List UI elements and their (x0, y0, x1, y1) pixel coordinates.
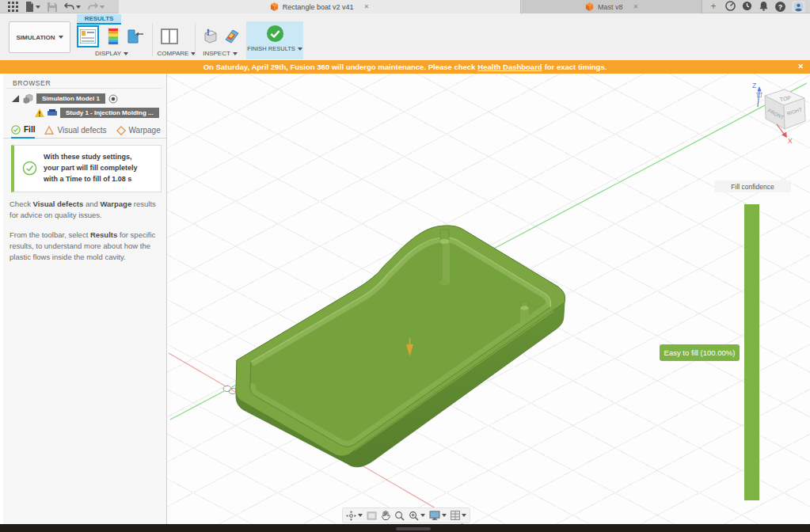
tab-fill[interactable]: Fill (11, 123, 35, 139)
new-document-tab-button[interactable]: + (706, 0, 721, 13)
display-group-label[interactable]: DISPLAY (77, 50, 146, 57)
tree-expand-icon[interactable] (11, 94, 20, 103)
notification-bell-icon[interactable] (759, 0, 769, 14)
advice-paragraph: Check Visual defects and Warpage results… (10, 199, 162, 221)
fill-confidence-bar (744, 204, 759, 500)
app-grid-icon[interactable] (8, 2, 18, 12)
display-clip-part-button[interactable] (124, 25, 146, 48)
fill-check-icon (11, 125, 21, 135)
callout-text: With these study settings, your part wil… (44, 152, 148, 185)
help-icon[interactable]: ? (775, 2, 785, 12)
fusion-360-window: Rectangle boat v2 v41 ✕ Mast v8 ✕ + ? (0, 0, 810, 532)
inspect-group-label[interactable]: INSPECT (196, 50, 244, 57)
origin-marker (223, 386, 237, 393)
viewport-scene: TOP FRONT RIGHT Z X (167, 74, 810, 524)
file-menu-button[interactable] (25, 2, 40, 12)
display-color-scale-button[interactable] (102, 25, 124, 48)
ribbon-toolbar: SIMULATION RESULTS DISPLAY COMPARE (0, 13, 810, 60)
model-component-icon (23, 94, 33, 104)
finish-check-icon (266, 25, 284, 43)
workspace-label: SIMULATION (16, 34, 55, 41)
legend-title: Fill confidence (714, 180, 791, 192)
quick-access-toolbar (3, 0, 109, 13)
results-tab-bar: Fill Visual defects Warpage (3, 123, 166, 139)
user-avatar[interactable] (792, 1, 805, 13)
svg-text:Z: Z (752, 82, 756, 89)
document-tab-label: Rectangle boat v2 v41 (283, 3, 354, 11)
study-node-label[interactable]: Study 1 - Injection Molding ... (60, 108, 159, 118)
maintenance-banner: On Saturday, April 29th, Fusion 360 will… (0, 60, 810, 74)
tab-warpage[interactable]: Warpage (116, 123, 161, 139)
model-boss-post (439, 230, 450, 285)
display-legend-button[interactable] (77, 25, 99, 48)
document-tab-bar: Rectangle boat v2 v41 ✕ Mast v8 ✕ + ? (0, 0, 810, 13)
job-status-clock-icon[interactable] (742, 0, 752, 14)
toolbar-separator (195, 23, 196, 56)
ribbon-tab-results[interactable]: RESULTS (77, 14, 121, 25)
inspect-slice-button[interactable] (221, 25, 243, 48)
zoom-window-button[interactable] (409, 511, 425, 521)
visibility-radio-icon[interactable] (108, 94, 118, 104)
document-cube-icon (270, 2, 279, 11)
health-dashboard-link[interactable]: Health Dashboard (477, 63, 542, 71)
study-icon (48, 109, 57, 117)
taskbar-handle (396, 527, 431, 530)
toolbar-hint-paragraph: From the toolbar, select Results for spe… (10, 230, 162, 262)
tree-node-study[interactable]: Study 1 - Injection Molding ... (35, 107, 159, 119)
banner-text-prefix: On Saturday, April 29th, Fusion 360 will… (203, 63, 476, 71)
tab-close-icon[interactable]: ✕ (363, 3, 369, 10)
banner-close-icon[interactable]: ✕ (797, 60, 804, 74)
visual-defects-icon (44, 126, 54, 135)
pan-button[interactable] (381, 511, 390, 521)
tree-node-simulation-model[interactable]: Simulation Model 1 (11, 93, 118, 104)
undo-button[interactable] (64, 2, 81, 11)
boat-model (236, 226, 565, 467)
workspace-selector[interactable]: SIMULATION (9, 21, 70, 53)
grid-layout-button[interactable] (451, 511, 466, 520)
model-small-post (520, 302, 529, 322)
tab-visual-defects[interactable]: Visual defects (44, 123, 106, 139)
warning-icon (35, 108, 44, 117)
orbit-button[interactable] (346, 511, 363, 521)
svg-text:X: X (788, 137, 793, 145)
finish-results-label: FINISH RESULTS (247, 45, 302, 52)
document-tab-inactive[interactable]: Mast v8 ✕ (522, 0, 702, 13)
zoom-button[interactable] (394, 511, 405, 521)
inspect-probe-button[interactable] (199, 25, 221, 48)
save-icon[interactable] (48, 2, 57, 12)
viewport-canvas[interactable]: TOP FRONT RIGHT Z X Fi (167, 74, 810, 524)
navigation-toolbar (342, 507, 470, 523)
compare-button[interactable] (158, 25, 181, 48)
browser-panel-title: BROWSER (6, 78, 162, 89)
tab-close-icon[interactable]: ✕ (633, 3, 638, 10)
warpage-icon (116, 126, 126, 135)
look-at-button[interactable] (367, 511, 377, 520)
fill-confidence-badge: Easy to fill (100.00%) (660, 344, 740, 361)
model-node-label[interactable]: Simulation Model 1 (36, 93, 105, 104)
document-cube-icon (585, 2, 594, 11)
compare-group-label[interactable]: COMPARE (152, 50, 201, 57)
view-cube[interactable]: TOP FRONT RIGHT Z X (752, 82, 805, 145)
document-tab-label: Mast v8 (598, 3, 623, 11)
callout-check-icon (22, 161, 37, 176)
document-tab-active[interactable]: Rectangle boat v2 v41 ✕ (119, 0, 521, 13)
browser-panel: BROWSER Simulation Model 1 Study 1 - Inj… (3, 74, 167, 524)
display-settings-button[interactable] (429, 511, 447, 520)
redo-button[interactable] (88, 2, 105, 11)
extensions-icon[interactable] (725, 0, 736, 14)
finish-results-button[interactable]: FINISH RESULTS (246, 21, 303, 59)
banner-text-suffix: for exact timings. (545, 63, 607, 71)
header-utility-icons: ? (725, 0, 808, 13)
fill-summary-callout: With these study settings, your part wil… (11, 145, 162, 192)
